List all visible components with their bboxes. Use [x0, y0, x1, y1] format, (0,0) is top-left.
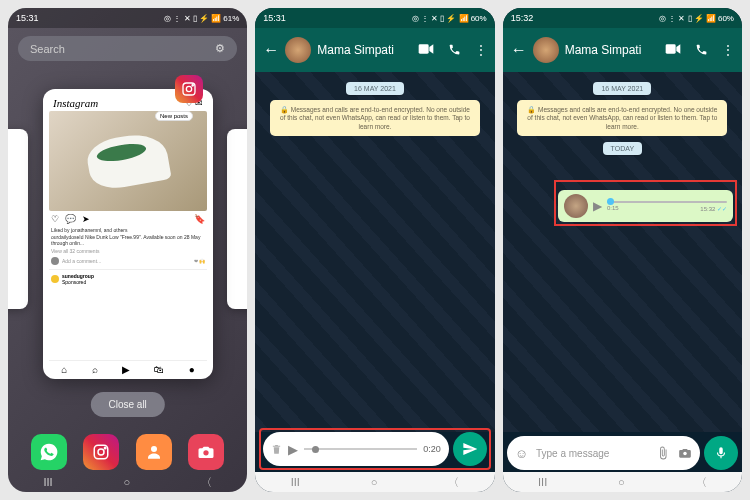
voice-recording-bar: ▶ 0:20 [259, 428, 490, 470]
reels-icon[interactable]: ▶ [122, 364, 130, 375]
status-time: 15:32 [511, 13, 534, 23]
recording-time: 0:20 [423, 444, 441, 454]
camera-app-icon[interactable] [188, 434, 224, 470]
search-placeholder: Search [30, 43, 65, 55]
message-input-area: ☺ Type a message [507, 436, 738, 470]
svg-rect-9 [666, 44, 676, 53]
share-icon[interactable]: ➤ [82, 214, 90, 224]
svg-point-10 [683, 452, 687, 456]
chat-header: ← Mama Simpati ⋮ [503, 28, 742, 72]
contact-avatar[interactable] [533, 37, 559, 63]
post-image[interactable] [49, 111, 207, 211]
date-pill: 16 MAY 2021 [593, 82, 651, 95]
recording-preview: ▶ 0:20 [263, 432, 448, 466]
nav-back[interactable]: 〈 [201, 475, 212, 490]
chat-content: 16 MAY 2021 🔒 Messages and calls are end… [503, 72, 742, 492]
svg-point-1 [186, 86, 191, 91]
play-icon[interactable]: ▶ [593, 199, 602, 213]
lock-icon: 🔒 [527, 106, 536, 113]
instagram-app-icon [175, 75, 203, 103]
emoji-icon[interactable]: ☺ [515, 446, 528, 461]
recent-apps-area[interactable]: Instagram ♡ ✉ New posts ♡ 💬 ➤ 🔖 Liked by… [8, 69, 247, 492]
back-arrow-icon[interactable]: ← [511, 41, 527, 59]
camera-icon[interactable] [678, 446, 692, 460]
voice-msg-avatar [564, 194, 588, 218]
read-ticks-icon: ✓✓ [717, 206, 727, 212]
status-icons: ◎ ⋮ ✕ ▯ ⚡ 📶61% [164, 14, 239, 23]
play-icon[interactable]: ▶ [288, 442, 298, 457]
add-comment[interactable]: Add a comment...❤ 🙌 [49, 255, 207, 267]
status-time: 15:31 [16, 13, 39, 23]
home-icon[interactable]: ⌂ [61, 364, 67, 375]
instagram-dock-icon[interactable] [83, 434, 119, 470]
svg-point-2 [192, 85, 193, 86]
contact-avatar[interactable] [285, 37, 311, 63]
status-bar: 15:32 ◎ ⋮ ✕ ▯ ⚡ 📶60% [503, 8, 742, 28]
instagram-card[interactable]: Instagram ♡ ✉ New posts ♡ 💬 ➤ 🔖 Liked by… [43, 89, 213, 379]
message-input[interactable]: ☺ Type a message [507, 436, 700, 470]
bookmark-icon[interactable]: 🔖 [194, 214, 205, 224]
svg-point-7 [204, 450, 209, 455]
more-icon[interactable]: ⋮ [722, 43, 734, 57]
new-posts-badge[interactable]: New posts [155, 111, 193, 121]
dock [8, 434, 247, 470]
attach-icon[interactable] [656, 446, 670, 460]
contact-name[interactable]: Mama Simpati [317, 43, 411, 57]
status-time: 15:31 [263, 13, 286, 23]
nav-recents[interactable]: III [43, 476, 52, 488]
close-all-button[interactable]: Close all [90, 392, 164, 417]
post-caption: ourdailydoseId Nike Dunk Low "Free.99". … [49, 234, 207, 247]
encryption-notice[interactable]: 🔒 Messages and calls are end-to-end encr… [517, 100, 727, 136]
contact-name[interactable]: Mama Simpati [565, 43, 659, 57]
video-call-icon[interactable] [665, 43, 681, 57]
recent-card-left[interactable] [8, 129, 28, 309]
gear-icon[interactable]: ⚙ [215, 42, 225, 55]
chat-header: ← Mama Simpati ⋮ [255, 28, 494, 72]
search-icon[interactable]: ⌕ [92, 364, 98, 375]
svg-point-5 [105, 447, 107, 449]
shop-icon[interactable]: 🛍 [154, 364, 164, 375]
status-bar: 15:31 ◎ ⋮ ✕ ▯ ⚡ 📶60% [255, 8, 494, 28]
status-bar: 15:31 ◎ ⋮ ✕ ▯ ⚡ 📶61% [8, 8, 247, 28]
recent-card-right[interactable] [227, 129, 247, 309]
contacts-app-icon[interactable] [136, 434, 172, 470]
send-button[interactable] [453, 432, 487, 466]
more-icon[interactable]: ⋮ [475, 43, 487, 57]
mic-button[interactable] [704, 436, 738, 470]
video-call-icon[interactable] [418, 43, 434, 57]
nav-bar: III ○ 〈 [8, 472, 247, 492]
post-actions: ♡ 💬 ➤ 🔖 [49, 211, 207, 227]
phone-whatsapp-recording: 15:31 ◎ ⋮ ✕ ▯ ⚡ 📶60% ← Mama Simpati ⋮ 16… [255, 8, 494, 492]
voice-call-icon[interactable] [448, 43, 461, 57]
trash-icon[interactable] [271, 443, 282, 456]
instagram-tabs: ⌂ ⌕ ▶ 🛍 ● [49, 360, 207, 375]
input-placeholder: Type a message [536, 448, 648, 459]
date-pill: 16 MAY 2021 [346, 82, 404, 95]
like-icon[interactable]: ♡ [51, 214, 59, 224]
svg-point-4 [98, 449, 104, 455]
profile-icon[interactable]: ● [189, 364, 195, 375]
phone-whatsapp-sent: 15:32 ◎ ⋮ ✕ ▯ ⚡ 📶60% ← Mama Simpati ⋮ 16… [503, 8, 742, 492]
voice-time: 15:32 [700, 206, 715, 212]
voice-call-icon[interactable] [695, 43, 708, 57]
voice-track[interactable]: 0:15 15:32 ✓✓ [607, 201, 727, 212]
svg-rect-8 [418, 44, 428, 53]
lock-icon: 🔒 [280, 106, 289, 113]
svg-point-6 [151, 446, 157, 452]
voice-message-bubble[interactable]: ▶ 0:15 15:32 ✓✓ [558, 190, 733, 222]
audio-track[interactable] [304, 448, 417, 450]
voice-duration: 0:15 [607, 205, 619, 212]
encryption-notice[interactable]: 🔒 Messages and calls are end-to-end encr… [270, 100, 480, 136]
nav-home[interactable]: ○ [123, 476, 130, 488]
phone-recents: 15:31 ◎ ⋮ ✕ ▯ ⚡ 📶61% Search ⚙ Instagram … [8, 8, 247, 492]
comment-icon[interactable]: 💬 [65, 214, 76, 224]
search-bar[interactable]: Search ⚙ [18, 36, 237, 61]
whatsapp-app-icon[interactable] [31, 434, 67, 470]
back-arrow-icon[interactable]: ← [263, 41, 279, 59]
sponsored-row[interactable]: sunedugroupSponsored [49, 269, 207, 288]
view-comments[interactable]: View all 32 comments [49, 247, 207, 255]
today-pill: TODAY [603, 142, 642, 155]
